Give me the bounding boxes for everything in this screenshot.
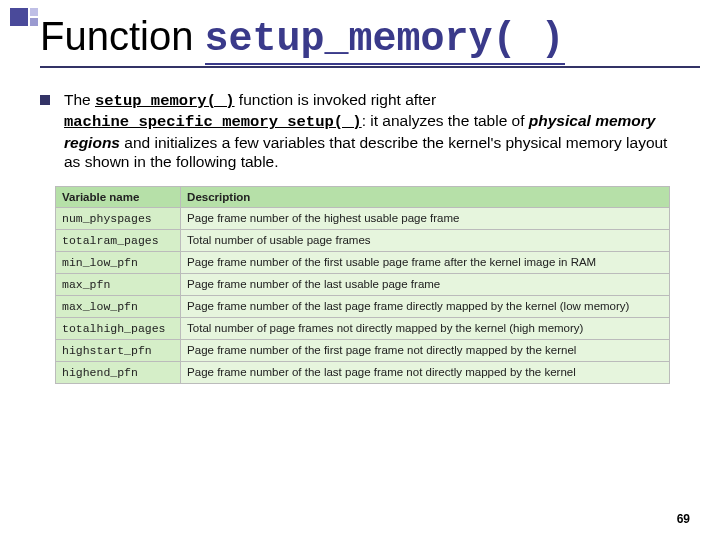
table-cell-description: Page frame number of the highest usable … (181, 207, 670, 229)
table-cell-varname: min_low_pfn (56, 251, 181, 273)
table-row: totalhigh_pagesTotal number of page fram… (56, 317, 670, 339)
table-row: max_low_pfnPage frame number of the last… (56, 295, 670, 317)
table-row: totalram_pagesTotal number of usable pag… (56, 229, 670, 251)
table-row: highstart_pfnPage frame number of the fi… (56, 339, 670, 361)
para-text: function is invoked right after (235, 91, 437, 108)
para-code: machine_specific_memory_setup( ) (64, 113, 362, 131)
table-cell-varname: max_low_pfn (56, 295, 181, 317)
body: The setup_memory( ) function is invoked … (40, 90, 680, 172)
table-cell-description: Page frame number of the last page frame… (181, 295, 670, 317)
table-header: Variable name (56, 186, 181, 207)
para-text: : it analyzes the table of (362, 112, 529, 129)
page-number: 69 (677, 512, 690, 526)
title-prefix: Function (40, 14, 205, 58)
table-header-row: Variable name Description (56, 186, 670, 207)
variables-table: Variable name Description num_physpagesP… (55, 186, 670, 384)
table-cell-varname: max_pfn (56, 273, 181, 295)
table-cell-varname: num_physpages (56, 207, 181, 229)
bullet-icon (40, 95, 50, 105)
table-cell-varname: totalram_pages (56, 229, 181, 251)
table-row: highend_pfnPage frame number of the last… (56, 361, 670, 383)
table-cell-description: Page frame number of the first page fram… (181, 339, 670, 361)
table-row: num_physpagesPage frame number of the hi… (56, 207, 670, 229)
table-cell-varname: highstart_pfn (56, 339, 181, 361)
table-cell-varname: totalhigh_pages (56, 317, 181, 339)
table-row: min_low_pfnPage frame number of the firs… (56, 251, 670, 273)
table-row: max_pfnPage frame number of the last usa… (56, 273, 670, 295)
slide-title: Function setup_memory( ) (40, 14, 720, 62)
para-text: The (64, 91, 95, 108)
para-text: and initializes a few variables that des… (64, 134, 667, 170)
table-header: Description (181, 186, 670, 207)
table-cell-description: Page frame number of the last usable pag… (181, 273, 670, 295)
title-code: setup_memory( ) (205, 17, 565, 65)
bullet-item: The setup_memory( ) function is invoked … (40, 90, 680, 172)
table-cell-description: Page frame number of the first usable pa… (181, 251, 670, 273)
title-rule (40, 66, 700, 68)
para-code: setup_memory( ) (95, 92, 235, 110)
table-cell-description: Total number of usable page frames (181, 229, 670, 251)
table-cell-varname: highend_pfn (56, 361, 181, 383)
corner-decoration (10, 8, 38, 28)
table-cell-description: Total number of page frames not directly… (181, 317, 670, 339)
table-cell-description: Page frame number of the last page frame… (181, 361, 670, 383)
paragraph: The setup_memory( ) function is invoked … (64, 90, 680, 172)
